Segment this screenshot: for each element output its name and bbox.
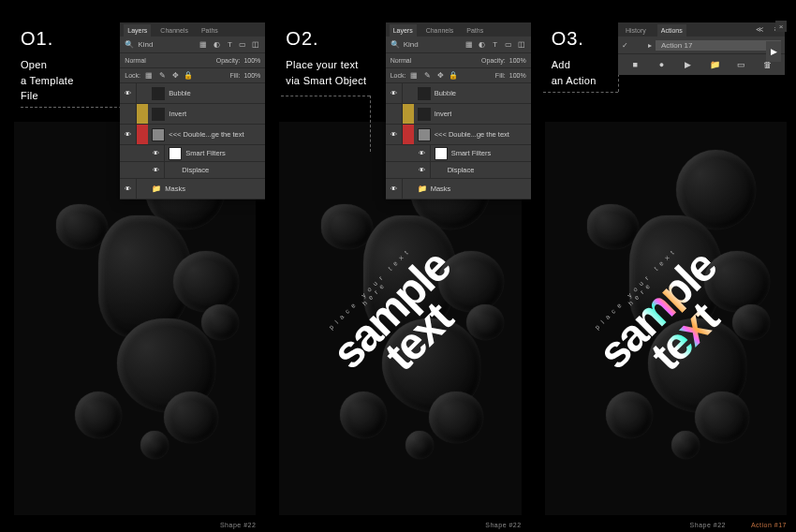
new-set-button[interactable]: 📁 [708,58,721,71]
check-icon[interactable]: ✓ [622,41,631,50]
tab-actions[interactable]: Actions [657,24,686,37]
lock-brush-icon[interactable]: ✎ [422,71,432,81]
blend-mode[interactable]: Normal [125,57,146,64]
tab-paths[interactable]: Paths [198,24,222,37]
play-action-button[interactable]: ▶ [766,41,781,62]
filter-adjust-icon[interactable]: ◐ [212,40,221,50]
record-button[interactable]: ● [655,58,668,71]
step-3-header: O3. Add an Action [552,28,597,88]
filter-pixel-icon[interactable]: ▦ [199,40,208,50]
search-icon[interactable]: 🔍 [125,40,134,50]
lock-transparency-icon[interactable]: ▦ [409,71,419,81]
filter-shape-icon[interactable]: ▭ [238,40,247,50]
action-name: Action 17 [656,40,781,51]
tab-channels[interactable]: Channels [422,24,458,37]
layer-smartobject[interactable]: <<< Double...ge the text [120,125,265,145]
layer-displace[interactable]: Displace [120,162,265,179]
tab-paths[interactable]: Paths [463,24,487,37]
step-title: Add an Action [552,57,597,88]
fill-label: Fill: [230,72,241,79]
filter-text-icon[interactable]: T [225,40,234,50]
layer-masks[interactable]: 📁 Masks [120,179,265,200]
action-controls: ■ ● ▶ 📁 ▭ 🗑 [618,53,785,75]
layer-smartobject[interactable]: <<< Double...ge the text [386,125,531,145]
layer-invert[interactable]: Invert [120,104,265,125]
caption-shape: Shape #22 [690,522,726,528]
play-button[interactable]: ▶ [682,58,695,71]
fill-value[interactable]: 100% [509,72,526,79]
canvas-3: place your text here sample text [545,122,787,515]
lock-label: Lock: [391,72,406,79]
folder-icon: 📁 [418,185,427,194]
filter-smart-icon[interactable]: ◫ [251,40,260,50]
new-action-button[interactable]: ▭ [734,58,747,71]
opacity-value[interactable]: 100% [509,57,526,64]
lock-all-icon[interactable]: 🔒 [184,71,193,81]
layer-masks[interactable]: 📁 Masks [386,179,531,200]
lock-position-icon[interactable]: ✥ [435,71,445,81]
layers-panel[interactable]: Layers Channels Paths 🔍 Kind ▦ ◐ T ▭ ◫ N… [120,22,265,200]
step-title: Open a Template File [21,57,74,104]
opacity-value[interactable]: 100% [243,57,260,64]
layer-thumb [418,87,431,100]
eye-icon[interactable] [419,149,425,157]
layer-thumb [418,128,431,141]
opacity-label: Opacity: [481,57,506,64]
lock-brush-icon[interactable]: ✎ [157,71,167,81]
connector-line-2v [370,96,371,152]
layer-thumb [418,108,431,121]
step-number: O1. [21,28,74,50]
connector-line-2 [281,96,370,96]
search-icon[interactable]: 🔍 [391,40,400,50]
filter-pixel-icon[interactable]: ▦ [464,40,474,50]
eye-icon[interactable] [391,89,397,97]
layer-smartfilters[interactable]: Smart Filters [386,145,531,162]
filter-text-icon[interactable]: T [491,40,500,50]
eye-icon[interactable] [419,166,425,174]
layers-panel-2[interactable]: Layers Channels Paths 🔍 Kind ▦ ◐ T ▭ ◫ N… [386,22,531,200]
actions-tabs: History Actions ≪ ≡ [618,22,785,37]
layer-thumb [152,87,165,100]
tab-channels[interactable]: Channels [156,24,192,37]
action-row[interactable]: ✓ ▸ Action 17 [618,37,785,53]
actions-panel[interactable]: × History Actions ≪ ≡ ✓ ▸ Action 17 ▶ ■ … [618,22,785,75]
caption-shape: Shape #22 [220,522,256,528]
tab-history[interactable]: History [622,24,650,37]
eye-icon[interactable] [391,130,397,139]
lock-all-icon[interactable]: 🔒 [449,71,458,81]
layer-thumb [152,128,165,141]
tab-layers[interactable]: Layers [124,24,151,37]
blend-mode[interactable]: Normal [391,57,412,64]
lock-position-icon[interactable]: ✥ [170,71,180,81]
collapse-icon[interactable]: ≪ [755,24,764,34]
caption-action: Action #17 [751,522,787,528]
fill-value[interactable]: 100% [243,72,260,79]
lock-transparency-icon[interactable]: ▦ [144,71,154,81]
step-1: O1. Open a Template File Shape #22 Layer… [0,0,265,532]
fill-label: Fill: [495,72,506,79]
filter-adjust-icon[interactable]: ◐ [478,40,487,50]
eye-icon[interactable] [153,166,159,174]
layer-thumb [435,147,448,160]
layer-bubble[interactable]: Bubble [386,83,531,104]
step-number: O2. [286,28,366,50]
eye-icon[interactable] [153,149,159,157]
tab-layers[interactable]: Layers [390,24,417,37]
close-icon[interactable]: × [775,21,787,32]
layer-invert[interactable]: Invert [386,104,531,125]
filter-smart-icon[interactable]: ◫ [517,40,526,50]
eye-icon[interactable] [125,130,131,139]
step-number: O3. [552,28,597,50]
layer-bubble[interactable]: Bubble [120,83,265,104]
eye-icon[interactable] [125,89,131,97]
kind-filter-row: 🔍 Kind ▦ ◐ T ▭ ◫ [120,37,265,53]
filter-shape-icon[interactable]: ▭ [504,40,513,50]
connector-line-1 [21,107,122,108]
lock-row: Lock: ▦ ✎ ✥ 🔒 Fill: 100% [386,68,531,83]
stop-button[interactable]: ■ [628,58,641,71]
eye-icon[interactable] [125,185,131,193]
expand-icon[interactable]: ▸ [648,41,652,50]
eye-icon[interactable] [391,185,397,193]
layer-smartfilters[interactable]: Smart Filters [120,145,265,162]
layer-displace[interactable]: Displace [386,162,531,179]
